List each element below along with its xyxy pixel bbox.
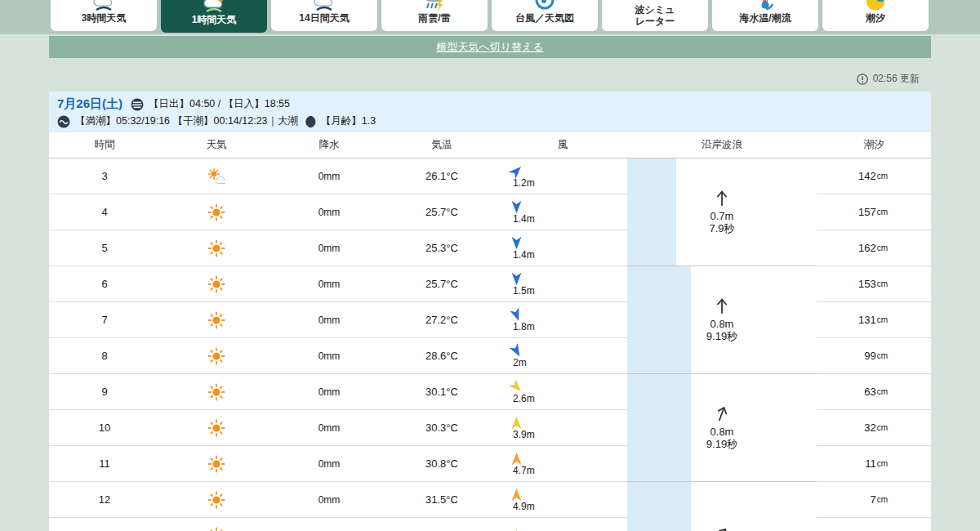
tab-3hour-weather[interactable]: 3時間天気 bbox=[51, 0, 157, 31]
date-label: 7月26日(土) bbox=[57, 96, 122, 112]
table-body: 3 0mm 26.1°C 1.2m 4 0mm 25.7°C 1.4m bbox=[49, 158, 931, 531]
weather-cell bbox=[160, 239, 273, 257]
tab-label: 台風／天気図 bbox=[515, 13, 574, 25]
tide-moon-line: 【満潮】05:32/19:16 【干潮】00:14/12:23｜大潮 【月齢】1… bbox=[57, 113, 923, 130]
rain-cell: 0mm bbox=[273, 350, 385, 362]
rain-cell: 0mm bbox=[273, 458, 385, 470]
wind-speed: 4.9m bbox=[513, 501, 535, 512]
hour-cell: 6 bbox=[49, 278, 160, 290]
tab-sea-temp-current[interactable]: 海水温/潮流 bbox=[712, 0, 818, 31]
tab-rain-lightning[interactable]: 雨雲/雷 bbox=[381, 0, 488, 31]
hour-cell: 4 bbox=[49, 206, 160, 218]
tab-1hour-weather[interactable]: 1時間天気 bbox=[161, 0, 267, 33]
sea-temp-current-icon bbox=[753, 0, 777, 12]
wave-period: 9.19秒 bbox=[706, 438, 737, 451]
tide-cell: 157cm bbox=[817, 194, 931, 230]
hourly-forecast-table: 時間 天気 降水 気温 風 沿岸波浪 潮汐 3 0mm 26.1°C 1.2m … bbox=[49, 132, 931, 531]
hour-cell: 8 bbox=[49, 350, 160, 362]
rain-cell: 0mm bbox=[273, 494, 385, 506]
wind-cell: 1.4m bbox=[498, 236, 627, 261]
tide-cell bbox=[817, 518, 931, 531]
hour-cell: 7 bbox=[49, 314, 160, 326]
tab-label: 14日間天気 bbox=[299, 13, 349, 25]
moon-age: 【月齢】1.3 bbox=[321, 114, 376, 128]
weather-icon bbox=[91, 0, 116, 12]
wind-cell: 2.6m bbox=[498, 380, 627, 404]
wave-height: 0.8m bbox=[706, 318, 737, 331]
wind-speed: 1.5m bbox=[513, 285, 535, 297]
wind-cell: 1.4m bbox=[498, 200, 627, 225]
sunny-icon bbox=[207, 347, 225, 365]
update-status: 02:56 更新 bbox=[49, 72, 920, 86]
tide-cell: 11cm bbox=[817, 446, 931, 482]
wind-cell: 1.5m bbox=[498, 272, 627, 297]
weather-cell bbox=[160, 203, 273, 221]
tide-unit: cm bbox=[877, 172, 888, 181]
tide-value: 32 bbox=[864, 422, 875, 434]
temp-cell: 31.5°C bbox=[385, 493, 498, 506]
wind-speed: 4.7m bbox=[513, 465, 535, 476]
wind-direction-arrow bbox=[510, 236, 523, 250]
col-header-temp: 気温 bbox=[385, 138, 498, 152]
tide-unit: cm bbox=[877, 423, 888, 432]
tab-wave-simulator[interactable]: 波シミュ レーター bbox=[602, 0, 708, 31]
sunny-icon bbox=[207, 203, 225, 221]
tide-unit: cm bbox=[877, 387, 888, 396]
tab-tide[interactable]: 潮汐 bbox=[822, 0, 929, 31]
table-row: 13 bbox=[49, 518, 627, 531]
temp-cell: 25.7°C bbox=[385, 278, 498, 290]
switch-to-horizontal-link[interactable]: 横型天気へ切り替える bbox=[436, 40, 543, 55]
wind-cell: 1.8m bbox=[498, 308, 627, 332]
table-row: 8 0mm 28.6°C 2m bbox=[49, 338, 627, 374]
tab-label: 海水温/潮流 bbox=[739, 13, 791, 25]
wave-height-bar bbox=[627, 374, 691, 481]
tide-cell: 63cm bbox=[817, 374, 931, 410]
wind-cell: 4.7m bbox=[498, 452, 627, 476]
wind-direction-arrow bbox=[510, 272, 523, 286]
tab-label: 潮汐 bbox=[866, 13, 885, 25]
wind-cell: 3.9m bbox=[498, 416, 627, 440]
rain-cell: 0mm bbox=[273, 279, 385, 290]
rain-lightning-icon bbox=[422, 0, 447, 12]
temp-cell: 26.1°C bbox=[385, 170, 498, 182]
col-header-wind: 風 bbox=[498, 138, 627, 152]
sunny-icon bbox=[207, 527, 225, 531]
hour-cell: 9 bbox=[49, 386, 160, 398]
partly-cloudy-icon bbox=[207, 167, 225, 185]
wind-direction-arrow bbox=[510, 488, 523, 502]
wind-cell: 2m bbox=[498, 344, 627, 368]
typhoon-icon bbox=[532, 0, 557, 12]
tab-14day-weather[interactable]: 14日間天気 bbox=[271, 0, 377, 31]
sunny-icon bbox=[207, 239, 225, 257]
tide-wave-icon bbox=[57, 115, 70, 128]
tide-value: 157 bbox=[858, 206, 876, 218]
table-row: 11 0mm 30.8°C 4.7m bbox=[49, 446, 627, 482]
tab-typhoon-chart[interactable]: 台風／天気図 bbox=[492, 0, 598, 31]
hour-cell: 3 bbox=[49, 170, 160, 182]
wave-period: 9.19秒 bbox=[706, 330, 737, 343]
tide-cell: 153cm bbox=[817, 266, 931, 302]
alert-circle-icon bbox=[857, 74, 868, 85]
table-row: 3 0mm 26.1°C 1.2m bbox=[49, 158, 627, 194]
tide-value: 162 bbox=[858, 242, 876, 254]
wave-group: 0.8m 9.19秒 bbox=[627, 374, 817, 482]
weather-cell bbox=[160, 275, 273, 293]
tide-value: 153 bbox=[858, 278, 876, 290]
wind-direction-arrow bbox=[510, 452, 523, 466]
sunny-icon bbox=[207, 383, 225, 401]
layout-switch-bar: 横型天気へ切り替える bbox=[49, 36, 931, 58]
tab-label: 3時間天気 bbox=[82, 13, 127, 25]
tide-value: 142 bbox=[858, 170, 876, 182]
wave-height: 0.7m bbox=[709, 210, 734, 223]
weather-cell bbox=[160, 419, 273, 437]
hour-cell: 10 bbox=[49, 422, 160, 434]
sunny-icon bbox=[207, 455, 225, 473]
marine-weather-page: 3時間天気 1時間天気 14日間天気 雨雲/雷 台風／天気図 波シミュ レーター bbox=[0, 0, 980, 531]
wave-info: 0.8m 9.19秒 bbox=[706, 404, 737, 451]
weather-cell bbox=[160, 311, 273, 329]
sunny-icon bbox=[207, 275, 225, 293]
rain-cell: 0mm bbox=[273, 207, 385, 218]
wind-speed: 1.4m bbox=[513, 249, 535, 261]
table-row: 10 0mm 30.3°C 3.9m bbox=[49, 410, 627, 446]
moon-phase-icon bbox=[303, 115, 316, 128]
